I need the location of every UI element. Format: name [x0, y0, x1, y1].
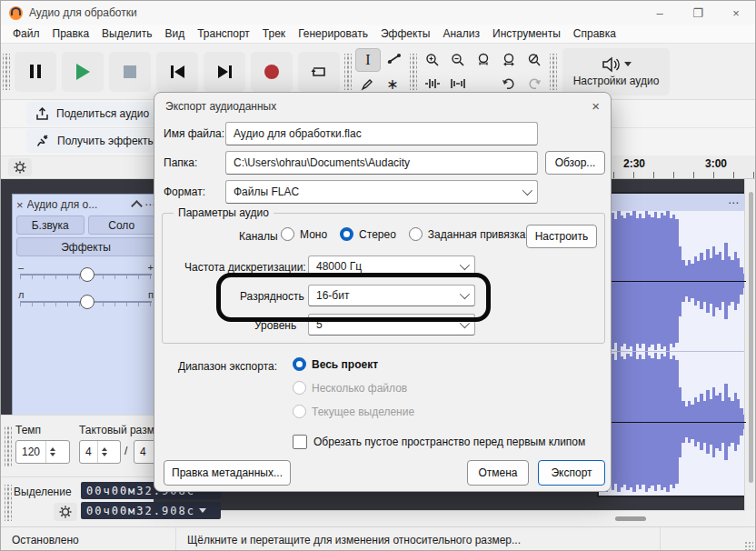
horizontal-scrollbar-thumb[interactable] [615, 516, 646, 521]
waveform-channel-left [599, 211, 746, 351]
transport-toolbar-grip[interactable] [3, 54, 10, 90]
audio-setup-button[interactable]: Настройки аудио [562, 48, 670, 95]
effects-button[interactable]: Эффекты [16, 237, 155, 256]
selection-tool-button[interactable]: I [355, 48, 381, 72]
solo-button[interactable]: Соло [88, 215, 156, 235]
track-close-button[interactable]: × [16, 198, 24, 212]
selection-format-caret-icon[interactable] [199, 508, 206, 513]
file-name-value: Аудио для обработки.flac [234, 127, 362, 140]
skip-to-start-button[interactable] [156, 52, 198, 92]
close-button[interactable]: × [717, 1, 755, 25]
envelope-tool-button[interactable] [383, 48, 406, 70]
selection-settings-button[interactable] [54, 503, 77, 521]
skip-to-end-button[interactable] [204, 52, 245, 92]
menu-item-analyze[interactable]: Анализ [436, 25, 486, 42]
maximize-button[interactable]: ❐ [679, 1, 717, 25]
trim-blank-space-checkbox[interactable]: Обрезать пустое пространство перед первы… [293, 435, 585, 449]
menu-item-view[interactable]: Вид [158, 25, 191, 42]
menu-item-transport[interactable]: Транспорт [191, 25, 256, 42]
bit-depth-select[interactable]: 16-бит [308, 285, 475, 306]
window-resize-grip[interactable] [744, 541, 753, 550]
track-name[interactable]: Аудио для о... [27, 198, 129, 211]
pause-icon [30, 65, 41, 78]
horizontal-scrollbar[interactable] [154, 510, 745, 527]
tempo-spinner-arrows[interactable] [45, 441, 59, 463]
range-option-current-selection[interactable]: Текущее выделение [293, 405, 414, 418]
beats-spinner[interactable]: 4 [79, 440, 121, 464]
channel-centerline [599, 281, 746, 282]
sample-rate-chevron-icon [460, 260, 470, 270]
browse-button[interactable]: Обзор... [545, 151, 605, 175]
play-button[interactable] [62, 52, 104, 92]
zoom-out-button[interactable] [446, 49, 470, 71]
level-select[interactable]: 5 [308, 314, 475, 336]
audacity-logo-icon [9, 6, 23, 20]
bit-depth-value: 16-бит [316, 289, 349, 302]
zoom-fit-project-button[interactable] [497, 49, 521, 71]
selection-toolbar-grip[interactable] [5, 485, 12, 521]
format-select[interactable]: Файлы FLAC [225, 180, 538, 204]
edit-metadata-button[interactable]: Правка метаданных... [164, 460, 291, 486]
sample-rate-select[interactable]: 48000 Гц [308, 255, 475, 277]
channels-option-stereo[interactable]: Стерео [340, 227, 396, 241]
gain-slider[interactable]: – + [16, 262, 155, 284]
dialog-close-button[interactable]: × [592, 98, 600, 114]
audio-setup-toolbar-grip[interactable] [550, 54, 557, 90]
menu-item-help[interactable]: Справка [567, 25, 622, 42]
channels-option-custom-mapping[interactable]: Заданная привязка [409, 227, 526, 241]
track-control-panel: × Аудио для о... ⋯ Б.звука Соло Эффекты … [12, 194, 160, 422]
vertical-scrollbar[interactable] [744, 179, 756, 510]
pause-button[interactable] [15, 52, 56, 92]
menu-item-effect[interactable]: Эффекты [374, 25, 437, 42]
tools-toolbar-grip[interactable] [344, 54, 352, 90]
menu-item-select[interactable]: Выделить [95, 25, 158, 42]
ibeam-icon: I [365, 52, 370, 68]
folder-input[interactable]: C:\Users\ohrau\Documents\Audacity [225, 151, 538, 175]
menu-item-edit[interactable]: Правка [46, 25, 96, 42]
stop-icon [124, 65, 136, 78]
pan-slider[interactable]: л п [16, 289, 155, 311]
range-option-entire-project[interactable]: Весь проект [293, 357, 414, 371]
silence-audio-button[interactable] [446, 73, 470, 95]
stop-button[interactable] [109, 52, 151, 92]
pan-slider-thumb[interactable] [80, 295, 94, 309]
configure-button[interactable]: Настроить [526, 225, 597, 248]
audio-clip[interactable]: ⋯ [597, 192, 748, 497]
undo-button[interactable] [497, 73, 521, 95]
get-effects-button[interactable]: Получить эффекты [26, 129, 164, 153]
file-name-input[interactable]: Аудио для обработки.flac [225, 122, 538, 145]
zoom-selection-button[interactable] [472, 49, 495, 71]
tempo-spinner[interactable]: 120 [15, 440, 70, 464]
zoom-toggle-button[interactable] [522, 49, 546, 71]
record-button[interactable] [251, 52, 293, 92]
export-button[interactable]: Экспорт [538, 460, 605, 486]
edit-toolbar-grip[interactable] [410, 54, 417, 90]
beats-spinner-arrows[interactable] [97, 441, 111, 463]
time-toolbar-grip[interactable] [5, 426, 12, 466]
redo-button[interactable] [522, 73, 546, 95]
menu-item-generate[interactable]: Генерировать [292, 25, 374, 42]
play-icon [76, 64, 90, 80]
vertical-scrollbar-thumb[interactable] [749, 192, 753, 483]
selection-end-field[interactable]: 00ч00м32.908с [81, 502, 221, 519]
clip-menu-button[interactable]: ⋯ [728, 196, 739, 209]
channels-option-mono[interactable]: Моно [281, 227, 327, 241]
share-audio-button[interactable]: Поделиться аудио [26, 102, 158, 125]
mute-button[interactable]: Б.звука [16, 215, 85, 235]
plug-icon [35, 134, 50, 148]
file-name-label: Имя файла: [164, 127, 224, 140]
settings-gear-button[interactable] [8, 158, 32, 176]
zoom-in-button[interactable] [421, 49, 444, 71]
loop-button[interactable] [298, 52, 340, 92]
menu-item-tracks[interactable]: Трек [256, 25, 292, 42]
range-option-multiple-files[interactable]: Несколько файлов [293, 381, 414, 395]
minimize-button[interactable]: – [641, 1, 679, 25]
trim-audio-button[interactable] [421, 73, 444, 95]
menu-item-file[interactable]: Файл [6, 25, 46, 42]
audacity-window: Аудио для обработки – ❐ × ФайлПравкаВыде… [0, 0, 756, 551]
gain-slider-thumb[interactable] [80, 267, 94, 282]
clip-header[interactable]: ⋯ [599, 194, 746, 211]
menu-item-tools[interactable]: Инструменты [486, 25, 567, 42]
cancel-button[interactable]: Отмена [467, 460, 529, 486]
track-collapse-icon[interactable] [131, 200, 143, 212]
